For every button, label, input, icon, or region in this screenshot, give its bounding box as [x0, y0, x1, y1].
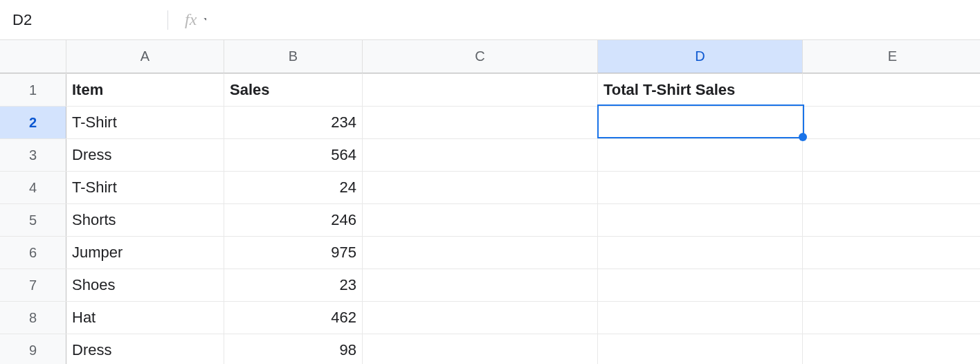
- formula-input[interactable]: [206, 12, 968, 28]
- row-header-3[interactable]: 3: [0, 139, 66, 171]
- cell-A1[interactable]: Item: [66, 74, 224, 106]
- cell-A5[interactable]: Shorts: [66, 204, 224, 236]
- row-header-8[interactable]: 8: [0, 302, 66, 334]
- cell-B4[interactable]: 24: [224, 172, 363, 203]
- row-6: 6 Jumper 975: [0, 237, 980, 269]
- cell-E5[interactable]: [803, 204, 980, 236]
- formula-bar: fx: [0, 0, 980, 40]
- cell-C8[interactable]: [363, 302, 598, 334]
- cell-B3[interactable]: 564: [224, 139, 363, 171]
- cell-B8[interactable]: 462: [224, 302, 363, 334]
- row-header-5[interactable]: 5: [0, 204, 66, 236]
- cell-E2[interactable]: [803, 107, 980, 138]
- cell-B6[interactable]: 975: [224, 237, 363, 269]
- cell-D1[interactable]: Total T-Shirt Sales: [598, 74, 803, 106]
- cell-D8[interactable]: [598, 302, 803, 334]
- cell-B7[interactable]: 23: [224, 269, 363, 301]
- cell-A3[interactable]: Dress: [66, 139, 224, 171]
- row-header-6[interactable]: 6: [0, 237, 66, 269]
- cell-D5[interactable]: [598, 204, 803, 236]
- row-4: 4 T-Shirt 24: [0, 172, 980, 204]
- cell-B2[interactable]: 234: [224, 107, 363, 138]
- row-8: 8 Hat 462: [0, 302, 980, 334]
- cell-E6[interactable]: [803, 237, 980, 269]
- row-5: 5 Shorts 246: [0, 204, 980, 237]
- cell-D2[interactable]: [598, 107, 803, 138]
- cell-A7[interactable]: Shoes: [66, 269, 224, 301]
- cell-A8[interactable]: Hat: [66, 302, 224, 334]
- cell-C2[interactable]: [363, 107, 598, 138]
- cell-C1[interactable]: [363, 74, 598, 106]
- row-header-1[interactable]: 1: [0, 74, 66, 106]
- fx-icon: fx: [185, 10, 197, 29]
- cell-D6[interactable]: [598, 237, 803, 269]
- cell-A4[interactable]: T-Shirt: [66, 172, 224, 203]
- cell-C4[interactable]: [363, 172, 598, 203]
- cell-A2[interactable]: T-Shirt: [66, 107, 224, 138]
- cell-D7[interactable]: [598, 269, 803, 301]
- row-header-4[interactable]: 4: [0, 172, 66, 203]
- row-header-2[interactable]: 2: [0, 107, 66, 138]
- select-all-corner[interactable]: [0, 40, 66, 73]
- name-box-wrap[interactable]: [12, 11, 151, 29]
- cell-C6[interactable]: [363, 237, 598, 269]
- cell-C3[interactable]: [363, 139, 598, 171]
- col-header-B[interactable]: B: [224, 40, 363, 73]
- cell-E1[interactable]: [803, 74, 980, 106]
- cell-A6[interactable]: Jumper: [66, 237, 224, 269]
- cell-C7[interactable]: [363, 269, 598, 301]
- cell-B9[interactable]: 98: [224, 334, 363, 364]
- cell-C5[interactable]: [363, 204, 598, 236]
- row-header-7[interactable]: 7: [0, 269, 66, 301]
- cell-E7[interactable]: [803, 269, 980, 301]
- col-header-C[interactable]: C: [363, 40, 598, 73]
- cell-B5[interactable]: 246: [224, 204, 363, 236]
- row-1: 1 Item Sales Total T-Shirt Sales: [0, 74, 980, 107]
- cell-E9[interactable]: [803, 334, 980, 364]
- row-7: 7 Shoes 23: [0, 269, 980, 302]
- cell-E8[interactable]: [803, 302, 980, 334]
- row-9: 9 Dress 98: [0, 334, 980, 364]
- cell-C9[interactable]: [363, 334, 598, 364]
- col-header-A[interactable]: A: [66, 40, 224, 73]
- column-header-row: A B C D E: [0, 40, 980, 74]
- row-2: 2 T-Shirt 234: [0, 107, 980, 139]
- spreadsheet-grid: A B C D E 1 Item Sales Total T-Shirt Sal…: [0, 40, 980, 364]
- row-3: 3 Dress 564: [0, 139, 980, 172]
- cell-D4[interactable]: [598, 172, 803, 203]
- cell-D9[interactable]: [598, 334, 803, 364]
- cell-A9[interactable]: Dress: [66, 334, 224, 364]
- cell-B1[interactable]: Sales: [224, 74, 363, 106]
- row-header-9[interactable]: 9: [0, 334, 66, 364]
- col-header-D[interactable]: D: [598, 40, 803, 73]
- cell-E4[interactable]: [803, 172, 980, 203]
- name-box-input[interactable]: [12, 11, 203, 29]
- col-header-E[interactable]: E: [803, 40, 980, 73]
- cell-E3[interactable]: [803, 139, 980, 171]
- divider: [167, 10, 168, 30]
- cell-D3[interactable]: [598, 139, 803, 171]
